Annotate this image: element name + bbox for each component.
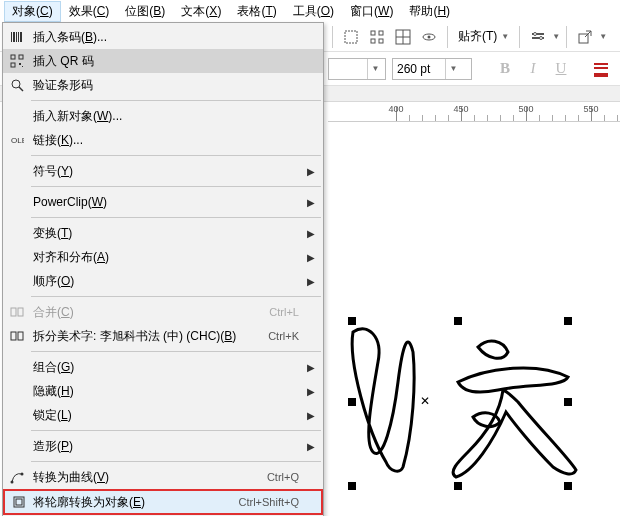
menu-item[interactable]: 窗口(W) <box>342 1 401 22</box>
options-icon[interactable] <box>526 25 550 49</box>
svg-rect-1 <box>371 31 375 35</box>
menu-item[interactable]: 变换(T)▶ <box>3 221 323 245</box>
link-icon: OLE <box>9 132 25 148</box>
svg-rect-33 <box>11 332 16 340</box>
svg-rect-32 <box>18 308 23 316</box>
submenu-arrow-icon: ▶ <box>307 386 315 397</box>
menu-item-label: 顺序(O) <box>33 273 299 290</box>
menu-item[interactable]: 文本(X) <box>173 1 229 22</box>
menu-item[interactable]: 表格(T) <box>229 1 284 22</box>
menu-item[interactable]: 效果(C) <box>61 1 118 22</box>
menu-item-label: 对齐和分布(A) <box>33 249 299 266</box>
menu-item-label: 组合(G) <box>33 359 299 376</box>
ruler-label: 450 <box>453 104 468 114</box>
grid-icon[interactable] <box>365 25 389 49</box>
launch-icon[interactable] <box>573 25 597 49</box>
svg-line-29 <box>19 87 23 91</box>
rect-select-icon[interactable] <box>339 25 363 49</box>
qr-icon <box>9 53 25 69</box>
svg-rect-23 <box>11 55 15 59</box>
menu-item[interactable]: 转换为曲线(V)Ctrl+Q <box>3 465 323 489</box>
menu-item[interactable]: 符号(Y)▶ <box>3 159 323 183</box>
submenu-arrow-icon: ▶ <box>307 197 315 208</box>
curve-icon <box>9 469 25 485</box>
ruler-label: 550 <box>583 104 598 114</box>
menu-item[interactable]: 验证条形码 <box>3 73 323 97</box>
svg-point-13 <box>540 36 543 39</box>
fontsize-field[interactable] <box>393 62 445 76</box>
menu-item[interactable]: OLE链接(K)... <box>3 128 323 152</box>
menu-shortcut: Ctrl+Q <box>267 471 299 483</box>
barcode-icon <box>9 29 25 45</box>
menu-item[interactable]: 插入条码(B)... <box>3 25 323 49</box>
split-icon <box>9 328 25 344</box>
menu-item-label: 符号(Y) <box>33 163 299 180</box>
submenu-arrow-icon: ▶ <box>307 276 315 287</box>
menu-item[interactable]: 位图(B) <box>117 1 173 22</box>
menu-item-label: 变换(T) <box>33 225 299 242</box>
grid2-icon[interactable] <box>391 25 415 49</box>
svg-rect-25 <box>11 63 15 67</box>
font-dropdown[interactable]: ▼ <box>328 58 386 80</box>
submenu-arrow-icon: ▶ <box>307 410 315 421</box>
submenu-arrow-icon: ▶ <box>307 252 315 263</box>
menu-item-label: 插入新对象(W)... <box>33 108 299 125</box>
svg-rect-15 <box>594 73 608 77</box>
svg-rect-22 <box>20 32 22 42</box>
menu-item[interactable]: 组合(G)▶ <box>3 355 323 379</box>
menu-shortcut: Ctrl+L <box>269 306 299 318</box>
svg-point-28 <box>12 80 20 88</box>
ruler-label: 500 <box>518 104 533 114</box>
svg-rect-26 <box>19 63 21 65</box>
menu-item-label: 验证条形码 <box>33 77 299 94</box>
menu-item[interactable]: 对齐和分布(A)▶ <box>3 245 323 269</box>
submenu-arrow-icon: ▶ <box>307 228 315 239</box>
menu-item[interactable]: 隐藏(H)▶ <box>3 379 323 403</box>
eye-icon[interactable] <box>417 25 441 49</box>
menu-item-label: 造形(P) <box>33 438 299 455</box>
menu-item-label: 链接(K)... <box>33 132 299 149</box>
snap-dropdown[interactable]: 贴齐(T)▼ <box>454 25 513 49</box>
svg-rect-19 <box>13 32 15 42</box>
menu-item[interactable]: 对象(C) <box>4 1 61 22</box>
submenu-arrow-icon: ▶ <box>307 166 315 177</box>
ruler-label: 400 <box>388 104 403 114</box>
menu-item-label: PowerClip(W) <box>33 195 299 209</box>
menu-item-label: 合并(C) <box>33 304 269 321</box>
svg-text:OLE: OLE <box>11 136 24 145</box>
menubar: 对象(C)效果(C)位图(B)文本(X)表格(T)工具(O)窗口(W)帮助(H) <box>0 0 620 22</box>
menu-item[interactable]: 帮助(H) <box>401 1 458 22</box>
svg-rect-21 <box>18 32 19 42</box>
menu-item[interactable]: 顺序(O)▶ <box>3 269 323 293</box>
horizontal-ruler: 400450500550 <box>328 102 620 122</box>
menu-item[interactable]: 锁定(L)▶ <box>3 403 323 427</box>
menu-item-label: 锁定(L) <box>33 407 299 424</box>
svg-point-12 <box>534 32 537 35</box>
submenu-arrow-icon: ▶ <box>307 362 315 373</box>
menu-item[interactable]: PowerClip(W)▶ <box>3 190 323 214</box>
svg-rect-24 <box>19 55 23 59</box>
submenu-arrow-icon: ▶ <box>307 441 315 452</box>
svg-rect-34 <box>18 332 23 340</box>
menu-item[interactable]: 拆分美术字: 李旭科书法 (中) (CHC)(B)Ctrl+K <box>3 324 323 348</box>
text-color-button[interactable] <box>590 58 612 80</box>
menu-item[interactable]: 造形(P)▶ <box>3 434 323 458</box>
menu-shortcut: Ctrl+Shift+Q <box>238 496 299 508</box>
menu-item[interactable]: 插入 QR 码 <box>3 49 323 73</box>
bold-button[interactable]: B <box>494 58 516 80</box>
fontsize-dropdown[interactable]: ▼ <box>392 58 472 80</box>
italic-button[interactable]: I <box>522 58 544 80</box>
menu-item-label: 将轮廓转换为对象(E) <box>33 494 238 511</box>
menu-item[interactable]: 工具(O) <box>285 1 342 22</box>
font-field <box>329 62 367 76</box>
svg-rect-38 <box>16 499 22 505</box>
menu-shortcut: Ctrl+K <box>268 330 299 342</box>
menu-item-label: 拆分美术字: 李旭科书法 (中) (CHC)(B) <box>33 328 268 345</box>
menu-item-label: 转换为曲线(V) <box>33 469 267 486</box>
underline-button[interactable]: U <box>550 58 572 80</box>
menu-item[interactable]: 将轮廓转换为对象(E)Ctrl+Shift+Q <box>3 489 323 515</box>
outline-icon <box>11 494 27 510</box>
menu-item[interactable]: 插入新对象(W)... <box>3 104 323 128</box>
svg-rect-3 <box>371 39 375 43</box>
svg-point-36 <box>21 473 24 476</box>
